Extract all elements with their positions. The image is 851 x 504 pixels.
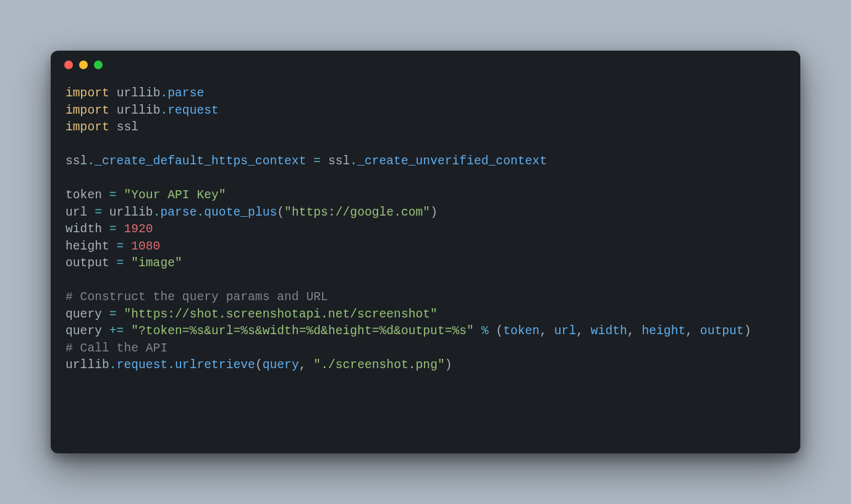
dot: .	[87, 154, 95, 168]
id-output: output	[66, 256, 109, 270]
plus-equals: +=	[102, 324, 131, 338]
comma: ,	[540, 324, 554, 338]
id-query: query	[66, 324, 102, 338]
space	[109, 104, 117, 117]
id-urllib: urllib	[66, 358, 109, 372]
dot: .	[160, 104, 167, 117]
dot: .	[109, 358, 117, 372]
code-line: ssl._create_default_https_context = ssl.…	[66, 154, 547, 168]
module-ssl: ssl	[117, 120, 138, 134]
id-ssl: ssl	[66, 154, 87, 168]
code-line: query += "?token=%s&url=%s&width=%d&heig…	[66, 324, 751, 338]
code-line: url = urllib.parse.quote_plus("https://g…	[66, 206, 438, 219]
code-line: urllib.request.urlretrieve(query, "./scr…	[66, 358, 452, 372]
equals: =	[87, 206, 109, 219]
attr-request: request	[117, 358, 168, 372]
attr-parse: parse	[160, 206, 197, 219]
str-output-file: "./screenshot.png"	[313, 358, 444, 372]
dot: .	[197, 206, 204, 219]
id-ssl: ssl	[328, 154, 350, 168]
code-line: # Call the API	[66, 342, 167, 355]
str-image: "image"	[131, 256, 182, 270]
keyword-import: import	[66, 104, 109, 117]
code-line: import urllib.parse	[66, 86, 204, 100]
fn-urlretrieve: urlretrieve	[175, 358, 255, 372]
code-line: query = "https://shot.screenshotapi.net/…	[66, 308, 438, 321]
id-width: width	[66, 222, 102, 236]
dot: .	[153, 206, 161, 219]
equals: =	[306, 154, 328, 168]
code-line: height = 1080	[66, 240, 160, 253]
str-api-key: "Your API Key"	[124, 188, 226, 202]
percent: %	[474, 324, 496, 338]
comment-construct: # Construct the query params and URL	[66, 290, 328, 304]
lparen: (	[496, 324, 503, 338]
minimize-icon[interactable]	[79, 61, 88, 69]
str-format: "?token=%s&url=%s&width=%d&height=%d&out…	[131, 324, 474, 338]
code-line: import urllib.request	[66, 104, 219, 117]
module-request: request	[167, 104, 219, 117]
rparen: )	[430, 206, 438, 219]
id-token: token	[503, 324, 540, 338]
code-line: output = "image"	[66, 256, 182, 270]
id-urllib: urllib	[109, 206, 153, 219]
id-url: url	[66, 206, 87, 219]
comma: ,	[576, 324, 591, 338]
code-window: import urllib.parse import urllib.reques…	[51, 51, 800, 453]
code-line: import ssl	[66, 120, 138, 134]
space	[109, 86, 117, 100]
keyword-import: import	[66, 86, 109, 100]
rparen: )	[744, 324, 752, 338]
id-query: query	[66, 308, 102, 321]
id-url: url	[554, 324, 576, 338]
space	[109, 120, 117, 134]
num-1920: 1920	[124, 222, 153, 236]
id-height: height	[641, 324, 685, 338]
module-parse: parse	[167, 86, 204, 100]
close-icon[interactable]	[64, 61, 73, 69]
dot: .	[160, 86, 167, 100]
str-query-url: "https://shot.screenshotapi.net/screensh…	[124, 308, 437, 321]
dot: .	[350, 154, 357, 168]
module-urllib: urllib	[117, 104, 161, 117]
keyword-import: import	[66, 120, 109, 134]
code-line: token = "Your API Key"	[66, 188, 226, 202]
module-urllib: urllib	[117, 86, 161, 100]
comma: ,	[627, 324, 642, 338]
equals: =	[102, 308, 124, 321]
str-google-url: "https://google.com"	[284, 206, 430, 219]
window-titlebar	[51, 51, 800, 79]
lparen: (	[255, 358, 263, 372]
dot: .	[167, 358, 175, 372]
id-height: height	[66, 240, 109, 253]
lparen: (	[277, 206, 284, 219]
fn-quote-plus: quote_plus	[204, 206, 277, 219]
comma: ,	[685, 324, 700, 338]
zoom-icon[interactable]	[94, 61, 103, 69]
equals: =	[109, 256, 131, 270]
num-1080: 1080	[131, 240, 160, 253]
id-token: token	[66, 188, 102, 202]
equals: =	[109, 240, 131, 253]
id-output: output	[700, 324, 744, 338]
attr-create-unverified-context: _create_unverified_context	[357, 154, 547, 168]
code-block: import urllib.parse import urllib.reques…	[51, 79, 800, 389]
code-line: width = 1920	[66, 222, 153, 236]
code-line: # Construct the query params and URL	[66, 290, 328, 304]
attr-create-default-https-context: _create_default_https_context	[95, 154, 306, 168]
id-width: width	[591, 324, 627, 338]
comment-call-api: # Call the API	[66, 342, 167, 355]
id-query: query	[263, 358, 299, 372]
stage: import urllib.parse import urllib.reques…	[0, 0, 851, 504]
equals: =	[102, 188, 124, 202]
comma: ,	[299, 358, 314, 372]
equals: =	[102, 222, 124, 236]
rparen: )	[445, 358, 452, 372]
